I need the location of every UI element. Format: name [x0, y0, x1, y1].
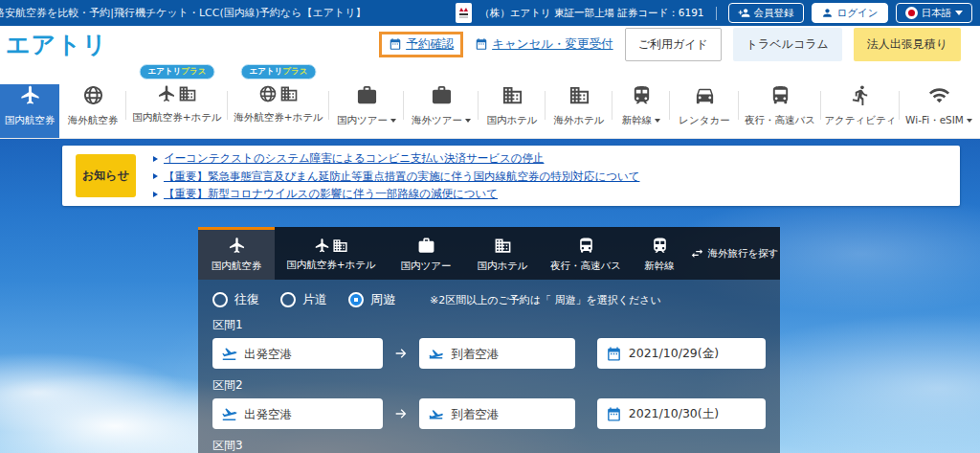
hotel-icon: [494, 237, 512, 255]
segment-1-row: 2021/10/29(金): [212, 338, 766, 369]
arrival-airport-input[interactable]: [451, 347, 567, 361]
nav-item-intl-tour[interactable]: 海外ツアー: [404, 62, 479, 138]
news-link[interactable]: 【重要】緊急事態宣言及びまん延防止等重点措置の実施に伴う国内線航空券の特別対応に…: [153, 170, 639, 184]
hotel-icon: [501, 84, 523, 106]
nav-item-shinkansen[interactable]: 新幹線: [612, 62, 670, 138]
login-label: ログイン: [837, 7, 879, 20]
chevron-down-icon: [955, 11, 963, 15]
airtrip-logo[interactable]: エアトリ: [6, 29, 107, 60]
person-add-icon: [738, 7, 750, 19]
hotel-icon: [568, 84, 590, 106]
radio-round-trip[interactable]: 往復: [212, 291, 259, 308]
bus-icon: [577, 237, 595, 255]
guide-button[interactable]: ご利用ガイド: [625, 28, 722, 61]
calendar-check-icon: [389, 37, 402, 51]
chevron-down-icon: [655, 119, 660, 123]
tab-domestic-flight[interactable]: 国内航空券: [198, 227, 275, 280]
language-label: 日本語: [922, 7, 952, 20]
nav-item-night-bus[interactable]: 夜行・高速バス: [739, 62, 821, 138]
plane-icon: [19, 84, 41, 106]
news-link[interactable]: 【重要】新型コロナウイルスの影響に伴う一部路線の減便について: [153, 187, 639, 201]
hotel-icon: [332, 238, 348, 254]
segment-2-label: 区間2: [212, 377, 766, 394]
radio-selected-icon: [348, 292, 364, 307]
jpx-logo-glyph: [458, 6, 469, 20]
hotel-icon: [279, 84, 299, 103]
chevron-down-icon: [465, 119, 471, 123]
departure-airport-field[interactable]: [212, 398, 383, 429]
hotel-icon: [178, 84, 197, 103]
plane-takeoff-icon: [221, 346, 237, 362]
booking-confirm-link[interactable]: 予約確認: [389, 36, 454, 53]
company-info: （株）エアトリ 東証一部上場 証券コード：6191: [479, 7, 703, 20]
nav-item-wifi-esim[interactable]: Wi-Fi・eSIM: [900, 62, 978, 138]
train-icon: [651, 237, 669, 255]
language-selector[interactable]: 日本語: [896, 3, 973, 23]
nav-item-activity[interactable]: アクティビティ: [821, 62, 900, 138]
plane-landing-icon: [428, 346, 444, 362]
date-field[interactable]: 2021/10/29(金): [597, 338, 766, 369]
plane-landing-icon: [428, 406, 444, 422]
site-tagline: 格安航空券を比較・予約|飛行機チケット・LCC(国内線)予約なら【エアトリ】: [0, 6, 367, 20]
nav-item-rentacar[interactable]: レンタカー: [670, 62, 739, 138]
segment-1-label: 区間1: [212, 317, 766, 333]
register-button[interactable]: 会員登録: [728, 3, 804, 23]
radio-multi-city[interactable]: 周遊: [348, 291, 395, 308]
news-link[interactable]: イーコンテクストのシステム障害によるコンビニ支払い決済サービスの停止: [153, 151, 639, 166]
arrival-airport-input[interactable]: [451, 407, 567, 421]
airtrip-plus-badge: エアトリプラス: [140, 64, 215, 79]
date-field[interactable]: 2021/10/30(土): [597, 398, 766, 429]
plane-icon: [314, 238, 330, 254]
arrival-airport-field[interactable]: [419, 338, 575, 369]
flight-search-form: 往復 片道 周遊 ※2区間以上のご予約は「 周遊」を選択ください 区間1: [198, 280, 780, 453]
radio-one-way[interactable]: 片道: [280, 291, 327, 308]
arrow-right-icon: [393, 346, 409, 361]
departure-airport-field[interactable]: [212, 338, 383, 369]
booking-widget: 国内航空券 国内航空券+ホテル 国内ツアー 国内ホテル 夜行・高速バス 新幹線: [198, 227, 780, 453]
tab-domestic-hotel[interactable]: 国内ホテル: [464, 227, 541, 280]
login-button[interactable]: ログイン: [812, 3, 888, 23]
person-icon: [821, 7, 834, 19]
nav-item-domestic-flight-hotel[interactable]: エアトリプラス 国内航空券+ホテル: [126, 62, 228, 138]
register-label: 会員登録: [754, 7, 794, 20]
plane-takeoff-icon: [221, 406, 237, 422]
travel-column-button[interactable]: トラベルコラム: [733, 28, 842, 61]
overseas-search-link[interactable]: 海外旅行を探す: [688, 227, 780, 280]
nav-item-intl-hotel[interactable]: 海外ホテル: [546, 62, 612, 138]
radio-icon: [280, 292, 296, 307]
train-icon: [631, 84, 653, 106]
japan-flag-icon: [905, 7, 918, 19]
departure-airport-input[interactable]: [244, 407, 374, 421]
nav-item-domestic-hotel[interactable]: 国内ホテル: [479, 62, 546, 138]
nav-item-intl-flight-hotel[interactable]: エアトリプラス 海外航空券+ホテル: [228, 62, 329, 138]
news-label: お知らせ: [76, 154, 136, 197]
calendar-refresh-icon: [475, 37, 488, 51]
top-bar: 格安航空券を比較・予約|飛行機チケット・LCC(国内線)予約なら【エアトリ】 （…: [0, 0, 980, 26]
divider: [716, 7, 717, 20]
airtrip-plus-badge: エアトリプラス: [241, 64, 317, 79]
trip-type-note: ※2区間以上のご予約は「 周遊」を選択ください: [430, 293, 661, 307]
plane-icon: [228, 237, 246, 255]
departure-airport-input[interactable]: [244, 347, 374, 361]
segment-2-row: 2021/10/30(土): [212, 398, 766, 429]
tab-shinkansen[interactable]: 新幹線: [631, 227, 688, 280]
nav-item-domestic-flight[interactable]: 国内航空券: [0, 62, 59, 138]
swap-arrows-icon: [690, 246, 704, 260]
nav-item-intl-flight[interactable]: 海外航空券: [59, 62, 126, 138]
annotation-highlight-box: 予約確認: [379, 32, 463, 57]
bag-icon: [356, 84, 378, 106]
nav-item-domestic-tour[interactable]: 国内ツアー: [329, 62, 404, 138]
booking-confirm-label: 予約確認: [406, 36, 454, 53]
bullet-arrow-icon: [153, 156, 158, 162]
arrow-right-icon: [393, 406, 409, 421]
tab-night-bus[interactable]: 夜行・高速バス: [541, 227, 631, 280]
corporate-quote-button[interactable]: 法人出張見積り: [854, 28, 961, 61]
arrival-airport-field[interactable]: [419, 398, 575, 429]
bullet-arrow-icon: [153, 173, 158, 179]
bag-icon: [431, 84, 453, 106]
header: エアトリ 予約確認 キャンセル・変更受付 ご利用ガイド トラベルコラム 法人出張…: [0, 26, 980, 62]
tab-domestic-tour[interactable]: 国内ツアー: [388, 227, 464, 280]
cancel-change-link[interactable]: キャンセル・変更受付: [475, 36, 612, 53]
calendar-icon: [606, 346, 622, 362]
tab-domestic-flight-hotel[interactable]: 国内航空券+ホテル: [275, 227, 388, 280]
